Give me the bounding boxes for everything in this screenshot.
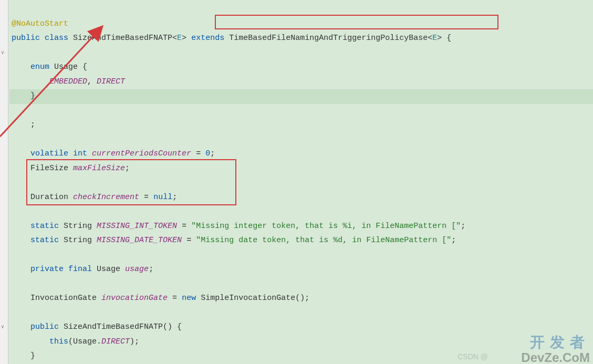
fld-counter: currentPeriodsCounter <box>92 149 191 158</box>
fold-icon[interactable]: ∨ <box>1 49 4 56</box>
gutter: ∨ ∨ <box>0 0 8 364</box>
enum-embedded: EMBEDDED <box>49 77 87 86</box>
kw-class: class <box>45 34 68 43</box>
fld-checkincrement: checkIncrement <box>73 193 139 202</box>
enum-name: Usage <box>54 63 78 71</box>
code-area: @NoAutoStart public class SizeAndTimeBas… <box>9 0 593 363</box>
kw-extends: extends <box>191 34 224 43</box>
annotation: @NoAutoStart <box>12 19 68 28</box>
kw-public: public <box>12 34 40 43</box>
str-missing-int: "Missing integer token, that is %i, in F… <box>191 222 461 231</box>
str-missing-date: "Missing date token, that is %d, in File… <box>196 236 451 245</box>
fld-maxfilesize: maxFileSize <box>73 164 125 173</box>
const-missing-int: MISSING_INT_TOKEN <box>97 222 177 231</box>
fld-usage: usage <box>125 265 149 274</box>
enum-direct: DIRECT <box>97 77 125 86</box>
ctor-name: SizeAndTimeBasedFNATP <box>64 323 163 331</box>
fld-invocationgate: invocationGate <box>101 294 168 303</box>
class-name: SizeAndTimeBasedFNATP <box>73 34 172 43</box>
const-missing-date: MISSING_DATE_TOKEN <box>97 236 182 245</box>
kw-enum: enum <box>30 63 49 71</box>
fold-icon[interactable]: ∨ <box>1 324 4 330</box>
base-class: TimeBasedFileNamingAndTriggeringPolicyBa… <box>229 34 428 43</box>
